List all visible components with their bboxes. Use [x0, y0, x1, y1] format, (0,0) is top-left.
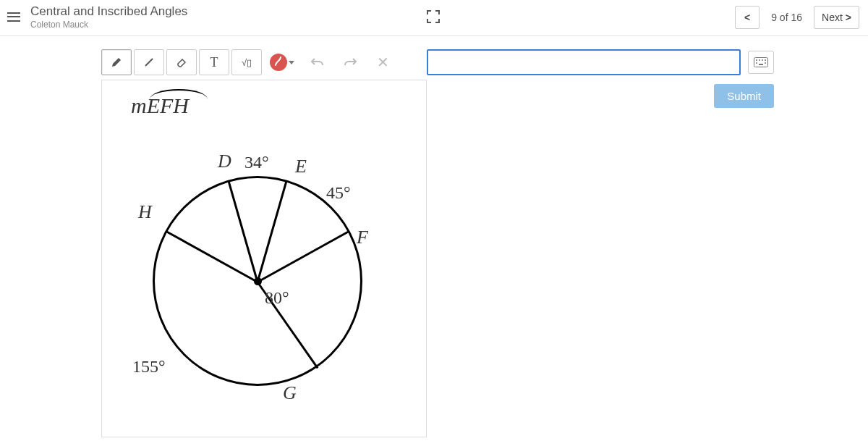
drawing-toolbar: T √▯ ✕: [101, 49, 427, 75]
app-header: Central and Inscribed Angles Coleton Mau…: [0, 0, 868, 36]
angle-GH: 155°: [132, 357, 166, 377]
clear-button[interactable]: ✕: [367, 49, 398, 75]
circle-diagram: D 34° E 45° F 80° G 155° H: [124, 140, 384, 415]
next-button[interactable]: Next >: [814, 6, 859, 29]
angle-DE: 34°: [244, 153, 269, 172]
svg-rect-8: [759, 64, 763, 65]
chevron-down-icon: [289, 61, 294, 64]
submit-button[interactable]: Submit: [714, 84, 774, 108]
svg-rect-1: [754, 58, 768, 67]
fullscreen-icon[interactable]: [427, 10, 440, 26]
svg-point-7: [765, 62, 766, 64]
redo-button[interactable]: [335, 49, 365, 75]
point-G: G: [283, 382, 297, 404]
answer-input[interactable]: [427, 49, 741, 75]
nav-controls: < 9 of 16 Next >: [735, 6, 859, 29]
question-expression: mEFH: [131, 93, 189, 118]
point-F: F: [357, 227, 368, 248]
color-picker[interactable]: [264, 49, 300, 75]
point-D: D: [218, 151, 231, 172]
progress-indicator: 9 of 16: [764, 12, 809, 23]
text-tool[interactable]: T: [199, 49, 229, 75]
line-tool[interactable]: [134, 49, 164, 75]
page-title: Central and Inscribed Angles: [30, 4, 735, 19]
angle-EF: 45°: [326, 183, 351, 203]
prev-button[interactable]: <: [735, 6, 760, 29]
angle-FG: 80°: [265, 288, 289, 308]
color-swatch-icon: [270, 54, 287, 71]
math-tool[interactable]: √▯: [231, 49, 262, 75]
chevron-left-icon: <: [744, 12, 750, 23]
menu-icon[interactable]: [7, 10, 22, 25]
svg-point-4: [762, 59, 763, 61]
eraser-tool[interactable]: [166, 49, 197, 75]
svg-line-0: [145, 59, 153, 66]
undo-button[interactable]: [302, 49, 333, 75]
svg-point-5: [765, 59, 766, 61]
point-H: H: [138, 201, 152, 223]
keyboard-button[interactable]: [748, 51, 774, 74]
svg-point-6: [756, 62, 757, 64]
title-block: Central and Inscribed Angles Coleton Mau…: [30, 4, 735, 30]
svg-point-3: [759, 59, 760, 61]
author-name: Coleton Mauck: [30, 20, 735, 30]
question-canvas[interactable]: mEFH D 34° E 45° F 80° G 155° H: [101, 80, 427, 437]
pencil-tool[interactable]: [101, 49, 132, 75]
next-label: Next: [822, 12, 843, 23]
point-E: E: [295, 156, 307, 177]
chevron-right-icon: >: [846, 12, 851, 23]
keyboard-icon: [754, 57, 768, 67]
svg-point-2: [756, 59, 757, 61]
